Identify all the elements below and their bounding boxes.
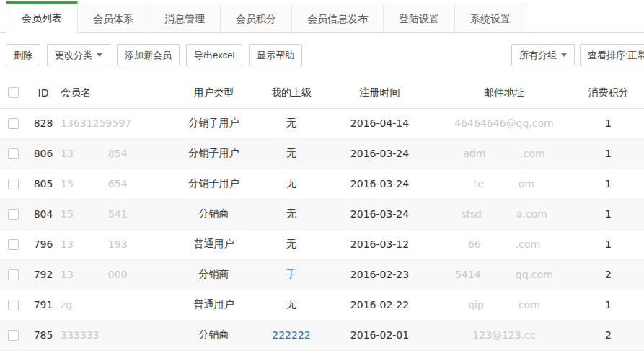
tab-system-settings[interactable]: 系统设置 — [454, 4, 526, 32]
cell-id: 785 — [26, 320, 61, 350]
cell-user-type: 普通用户 — [169, 290, 259, 320]
cell-email: sfsda.com — [436, 199, 573, 229]
cell-reg-time: 2016-02-01 — [324, 320, 436, 350]
cell-superior: 无 — [259, 290, 324, 320]
header-points: 消费积分 — [573, 78, 644, 108]
tab-login-settings[interactable]: 登陆设置 — [383, 4, 455, 32]
cell-superior: 无 — [259, 138, 324, 169]
export-excel-button[interactable]: 导出excel — [186, 44, 242, 66]
row-checkbox[interactable] — [8, 118, 19, 129]
show-help-button[interactable]: 显示帮助 — [249, 44, 302, 66]
select-all-checkbox[interactable] — [8, 87, 19, 98]
view-sort-button[interactable]: 查看排序:正常排序 — [580, 44, 644, 66]
cell-id: 791 — [26, 290, 61, 320]
table-row: 791 zg 普通用户 无 2016-02-22 qipcom 1 — [0, 290, 644, 320]
cell-email: 123@123.cc — [436, 320, 573, 350]
tab-member-points[interactable]: 会员积分 — [220, 4, 292, 32]
table-header-row: ID 会员名 用户类型 我的上级 注册时间 邮件地址 消费积分 — [0, 78, 644, 108]
superior-value: 无 — [286, 298, 296, 310]
cell-reg-time: 2016-02-23 — [324, 259, 436, 290]
change-category-button[interactable]: 更改分类 — [47, 44, 110, 66]
cell-user-type: 分销商 — [169, 320, 259, 350]
cell-user-type: 分销子用户 — [169, 108, 259, 138]
cell-user-type: 普通用户 — [169, 229, 259, 259]
header-reg-time: 注册时间 — [324, 78, 436, 108]
member-table: ID 会员名 用户类型 我的上级 注册时间 邮件地址 消费积分 828 1363… — [0, 78, 644, 351]
cell-superior: 无 — [259, 229, 324, 259]
cell-id: 796 — [26, 229, 61, 259]
cell-user-type: 分销商 — [169, 199, 259, 229]
table-row: 796 13193 普通用户 无 2016-03-12 66.com 1 — [0, 229, 644, 259]
all-groups-label: 所有分组 — [519, 49, 557, 62]
cell-user-type: 分销子用户 — [169, 138, 259, 169]
all-groups-dropdown[interactable]: 所有分组 — [511, 44, 575, 66]
row-checkbox[interactable] — [8, 269, 19, 280]
tab-message-management[interactable]: 消息管理 — [149, 4, 221, 32]
cell-reg-time: 2016-03-24 — [324, 169, 436, 199]
header-user-type: 用户类型 — [169, 78, 259, 108]
chevron-down-icon — [97, 53, 102, 57]
cell-points: 1 — [573, 138, 644, 169]
cell-reg-time: 2016-04-14 — [324, 108, 436, 138]
header-username: 会员名 — [61, 78, 169, 108]
cell-points: 1 — [573, 229, 644, 259]
table-row: 806 13854 分销子用户 无 2016-03-24 adm.com 1 — [0, 138, 644, 169]
header-superior: 我的上级 — [259, 78, 324, 108]
cell-username: 13631259597 — [61, 108, 169, 138]
header-email: 邮件地址 — [436, 78, 573, 108]
table-row: 785 333333 分销商 222222 2016-02-01 123@123… — [0, 320, 644, 350]
header-id: ID — [26, 78, 61, 108]
cell-username: 13193 — [61, 229, 169, 259]
add-member-button[interactable]: 添加新会员 — [117, 44, 180, 66]
cell-reg-time: 2016-03-12 — [324, 229, 436, 259]
cell-superior: 222222 — [259, 320, 324, 350]
cell-user-type: 分销商 — [169, 259, 259, 290]
cell-username: 15654 — [61, 169, 169, 199]
cell-email: adm.com — [436, 138, 573, 169]
cell-username: 13854 — [61, 138, 169, 169]
tab-member-system[interactable]: 会员体系 — [77, 4, 149, 32]
delete-button[interactable]: 删除 — [6, 44, 40, 66]
table-row: 828 13631259597 分销子用户 无 2016-04-14 46464… — [0, 108, 644, 138]
member-admin-page: 会员列表 会员体系 消息管理 会员积分 会员信息发布 登陆设置 系统设置 删除 … — [0, 0, 644, 353]
cell-superior: 无 — [259, 108, 324, 138]
row-checkbox[interactable] — [8, 148, 19, 159]
cell-user-type: 分销子用户 — [169, 169, 259, 199]
tab-member-list[interactable]: 会员列表 — [6, 1, 78, 33]
cell-points: 1 — [573, 199, 644, 229]
superior-link[interactable]: 222222 — [272, 329, 310, 341]
cell-id: 806 — [26, 138, 61, 169]
cell-username: 333333 — [61, 320, 169, 350]
cell-email: 46464646@qq.com — [436, 108, 573, 138]
cell-reg-time: 2016-03-24 — [324, 138, 436, 169]
superior-value: 无 — [286, 238, 296, 249]
superior-value: 无 — [286, 177, 296, 189]
cell-username: zg — [61, 290, 169, 320]
tab-member-info-publish[interactable]: 会员信息发布 — [291, 4, 384, 32]
toolbar: 删除 更改分类 添加新会员 导出excel 显示帮助 所有分组 查看排序:正常排… — [0, 33, 644, 78]
row-checkbox[interactable] — [8, 300, 19, 310]
cell-points: 1 — [573, 290, 644, 320]
cell-username: 15541 — [61, 199, 169, 229]
cell-superior: 无 — [259, 199, 324, 229]
cell-reg-time: 2016-03-24 — [324, 199, 436, 229]
toolbar-right: 所有分组 查看排序:正常排序 — [511, 44, 644, 66]
row-checkbox[interactable] — [8, 330, 19, 341]
superior-link[interactable]: 手 — [286, 268, 296, 280]
cell-email: qipcom — [436, 290, 573, 320]
cell-id: 792 — [26, 259, 61, 290]
table-row: 792 13000 分销商 手 2016-02-23 5414qq.com 2 — [0, 259, 644, 290]
cell-email: 66.com — [436, 229, 573, 259]
toolbar-left: 删除 更改分类 添加新会员 导出excel 显示帮助 — [6, 44, 302, 66]
cell-points: 1 — [573, 108, 644, 138]
cell-username: 13000 — [61, 259, 169, 290]
row-checkbox[interactable] — [8, 209, 19, 220]
cell-superior: 手 — [259, 259, 324, 290]
cell-email: teom — [436, 169, 573, 199]
cell-id: 804 — [26, 199, 61, 229]
cell-reg-time: 2016-02-22 — [324, 290, 436, 320]
cell-points: 1 — [573, 169, 644, 199]
row-checkbox[interactable] — [8, 179, 19, 189]
chevron-down-icon — [561, 53, 567, 57]
row-checkbox[interactable] — [8, 239, 19, 250]
